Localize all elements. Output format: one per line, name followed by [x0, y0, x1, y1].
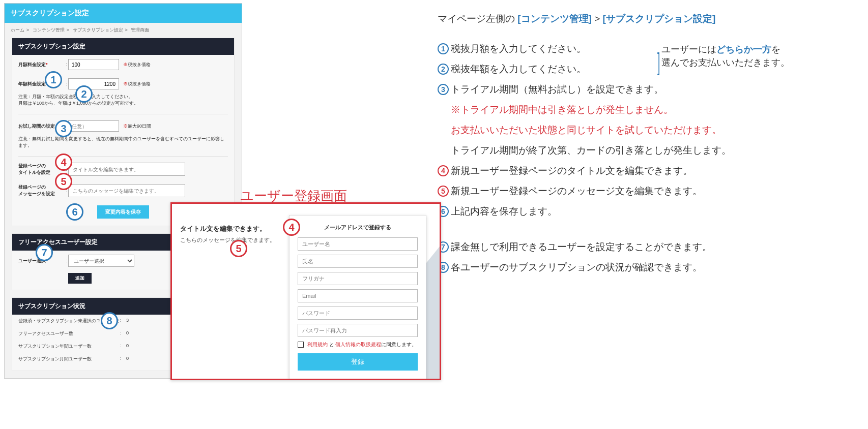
yearly-fee-input[interactable] — [68, 78, 119, 89]
name-field[interactable] — [298, 255, 418, 268]
inst-4: 4新規ユーザー登録ページのタイトル文を編集できます。 — [438, 161, 855, 181]
add-button[interactable]: 追加 — [68, 273, 92, 284]
callout-4b: 4 — [283, 219, 300, 236]
inst-6: 6上記内容を保存します。 — [438, 201, 855, 222]
breadcrumb-item[interactable]: ホーム — [11, 27, 24, 33]
password-field[interactable] — [298, 307, 418, 320]
callout-4: 4 — [55, 154, 72, 171]
inst-8: 8各ユーザーのサブスクリプションの状況が確認できます。 — [438, 257, 855, 278]
monthly-fee-input[interactable] — [68, 59, 119, 70]
callout-5: 5 — [55, 173, 72, 190]
register-button[interactable]: 登録 — [298, 353, 418, 371]
monthly-fee-hint: ※税抜き価格 — [123, 62, 151, 68]
reg-msg-text: こちらのメッセージを編集できます。 — [180, 236, 282, 244]
username-field[interactable] — [298, 237, 418, 251]
furigana-field[interactable] — [298, 272, 418, 285]
reg-form-header: メールアドレスで登録する — [298, 224, 418, 231]
page-title-input[interactable] — [68, 163, 185, 176]
instructions-path: マイページ左側の [コンテンツ管理] > [サブスクリプション設定] — [438, 12, 855, 25]
inst-3c: トライアル期間が終了次第、カードの引き落としが発生します。 — [451, 140, 855, 161]
instructions-list: 1税抜月額を入力してください。 2税抜年額を入力してください。 3トライアル期間… — [438, 39, 855, 278]
instructions: マイページ左側の [コンテンツ管理] > [サブスクリプション設定] 1税抜月額… — [438, 12, 855, 278]
terms-link[interactable]: 利用規約 — [307, 342, 328, 347]
trial-note: 注意：無料お試し期間を変更すると、現在の無料期間中のユーザーを含むすべてのユーザ… — [12, 136, 234, 154]
inst-3a: ※トライアル期間中は引き落としが発生しません。 — [451, 100, 855, 120]
callout-1: 1 — [45, 71, 62, 88]
privacy-link[interactable]: 個人情報の取扱規程 — [335, 342, 381, 347]
breadcrumb-item[interactable]: サブスクリプション設定 — [73, 27, 123, 33]
trial-input[interactable] — [68, 120, 119, 132]
email-field[interactable] — [298, 289, 418, 302]
callout-5b: 5 — [230, 240, 247, 257]
save-button[interactable]: 変更内容を保存 — [97, 205, 149, 219]
user-select[interactable]: ユーザー選択 — [68, 255, 134, 267]
panel-title: サブスクリプション設定 — [12, 38, 234, 55]
yearly-fee-hint: ※税抜き価格 — [123, 81, 151, 87]
inst-3: 3トライアル期間（無料お試し）を設定できます。 — [438, 79, 855, 100]
breadcrumb: ホーム> コンテンツ管理> サブスクリプション設定> 管理画面 — [5, 23, 242, 38]
callout-8: 8 — [101, 312, 118, 329]
app-header: サブスクリプション設定 — [5, 4, 242, 23]
agree-line: 利用規約 と 個人情報の取扱規程に同意します。 — [298, 341, 418, 348]
callout-3: 3 — [55, 120, 72, 137]
user-registration-preview: タイトル文を編集できます。 こちらのメッセージを編集できます。 メールアドレスで… — [170, 202, 441, 380]
callout-7: 7 — [36, 244, 53, 261]
agree-checkbox[interactable] — [298, 342, 304, 348]
password-confirm-field[interactable] — [298, 324, 418, 337]
inst-7: 7課金無しで利用できるユーザーを設定することができます。 — [438, 237, 855, 257]
subscription-settings-panel: サブスクリプション設定 月額料金設定* : ※税抜き価格 年額料金設定* : ※… — [12, 38, 235, 226]
inst-3b: お支払いいただいた状態と同じサイトを試していただけます。 — [451, 120, 855, 140]
callout-2: 2 — [75, 85, 93, 103]
inst-5: 5新規ユーザー登録ページのメッセージ文を編集できます。 — [438, 181, 855, 201]
breadcrumb-item: 管理画面 — [131, 27, 149, 33]
breadcrumb-item[interactable]: コンテンツ管理 — [33, 27, 65, 33]
reg-form: メールアドレスで登録する 利用規約 と 個人情報の取扱規程に同意します。 登録 — [289, 215, 426, 379]
fee-note: 注意：月額・年額の設定金額を必ず入力してください。 月額は￥100から、年額は￥… — [12, 94, 234, 112]
page-msg-input[interactable] — [68, 184, 185, 197]
monthly-fee-label: 月額料金設定* — [18, 62, 65, 68]
callout-6: 6 — [66, 203, 83, 221]
trial-hint: ※最大90日間 — [123, 123, 151, 130]
reg-title-text: タイトル文を編集できます。 — [180, 224, 282, 233]
bracket-note: ] ユーザーにはどちらか一方を 選んでお支払いいただきます。 — [661, 43, 840, 69]
